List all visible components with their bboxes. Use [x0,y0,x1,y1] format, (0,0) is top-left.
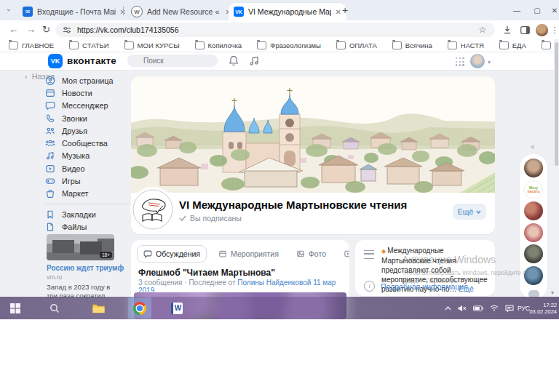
vk-user-avatar[interactable] [470,54,485,68]
browser-menu-kebab-icon[interactable]: ⋮ [550,23,559,37]
story-avatar[interactable] [524,244,543,263]
ad-image: 18+ [47,234,114,260]
bookmark-folder[interactable]: Всячина [392,41,432,49]
menu-lines-icon[interactable] [364,250,374,259]
window-maximize-button[interactable]: ▢ [528,0,546,20]
back-icon[interactable]: ← [9,24,18,36]
bookmark-folder[interactable]: МОИ КУРСЫ [124,41,180,49]
forward-icon[interactable]: → [26,24,36,36]
network-icon[interactable] [490,305,499,311]
address-bar[interactable]: https://vk.com/club174135056 [55,23,495,37]
file-explorer-icon[interactable] [89,297,108,319]
browser-tab-wordpress[interactable]: W Add New Resource « 2022 - 20 ✕ [126,3,237,20]
chevron-left-icon: ‹ [25,72,28,81]
discussion-title[interactable]: Флешмоб "Читаем Мартынова" [138,268,275,278]
group-avatar[interactable] [132,189,173,230]
menu-divider [45,204,130,204]
bookmark-folder[interactable]: НАСТЯ [448,41,484,49]
chevron-down-icon[interactable]: ▾ [488,59,491,65]
side-panel-icon[interactable] [518,23,531,37]
vk-brand-text[interactable]: вконтакте [67,55,116,66]
story-avatar-text[interactable]: Могу писать [524,180,543,199]
bookmark-folder[interactable]: СТАТЬИ [69,41,109,49]
group-more-button[interactable]: Ещё [453,204,486,220]
music-note-icon [45,151,55,161]
photo-icon [296,249,305,258]
vk-sidebar-menu: Моя страница Новости Мессенджер Звонки Д… [45,74,130,233]
file-icon [45,222,55,232]
story-avatar[interactable] [524,266,543,285]
detailed-info-link[interactable]: i Подробная информация [364,281,468,292]
tab-videos[interactable]: Видео [338,246,349,262]
collapse-stories-icon[interactable]: « [531,143,534,151]
taskbar-search-icon[interactable] [45,297,64,319]
bookmark-star-icon[interactable]: ☆ [476,23,489,37]
bookmark-folder[interactable]: ЕДА [499,41,526,49]
tab-photos[interactable]: Фото [290,246,332,262]
scrollbar-thumb[interactable] [555,42,558,166]
tab-close-icon[interactable]: ✕ [336,8,341,16]
sidebar-item-market[interactable]: Маркет [45,188,130,200]
desktop-canvas: ⌄ ✉ Входящие - Почта Mail.ru ✕ W Add New… [0,0,559,392]
windows-taskbar: W РУС 17:22 03.02.2024 [0,297,559,319]
story-avatar[interactable] [524,201,543,220]
sidebar-item-friends[interactable]: Друзья [45,124,130,137]
window-close-button[interactable]: ✕ [546,0,559,20]
search-input[interactable] [127,55,218,67]
chrome-taskbar-icon[interactable] [128,297,151,319]
browser-tab-mail[interactable]: ✉ Входящие - Почта Mail.ru ✕ [17,3,131,20]
action-center-icon[interactable] [505,305,514,312]
apps-grid-icon[interactable] [456,57,464,66]
download-icon[interactable] [501,23,514,37]
bookmark-folder[interactable]: ОПЛАТА [336,41,377,49]
browser-tab-vk-active[interactable]: VK VI Международные Мартыновс ✕ [229,3,346,20]
tab-discussions[interactable]: Обсуждения [137,245,207,263]
phone-icon [45,113,55,124]
tab-events[interactable]: Мероприятия [213,246,285,262]
sidebar-item-profile[interactable]: Моя страница [45,74,130,87]
bookmark-folder[interactable]: Фразеологизмы [257,41,321,49]
bookmark-folder[interactable]: ГЛАВНОЕ [9,41,54,49]
sidebar-item-communities[interactable]: Сообщества [45,137,130,149]
word-taskbar-icon[interactable]: W [167,297,186,319]
scrollbar-down-arrow[interactable]: ▾ [551,289,554,296]
sidebar-item-music[interactable]: Музыка [45,150,130,162]
friends-icon [45,126,55,136]
browser-profile-avatar[interactable] [534,23,549,37]
video-icon [45,164,55,174]
window-minimize-button[interactable]: — [508,0,526,20]
mailru-favicon: ✉ [23,7,33,17]
sidebar-item-messenger[interactable]: Мессенджер [45,100,130,112]
tab-list-chevron-icon[interactable]: ⌄ [6,5,12,12]
group-title: VI Международные Мартыновские чтения [179,199,407,211]
story-avatar[interactable] [524,159,543,177]
sidebar-item-video[interactable]: Видео [45,162,130,175]
language-indicator[interactable]: РУС [518,297,530,319]
sidebar-ad[interactable]: 18+ Россию ждет триумф vm.ru Запад в 202… [47,234,128,300]
book-emoji: ◆ [381,248,386,255]
volume-muted-icon[interactable] [458,305,467,312]
bookmark-folder[interactable]: Копилочка [195,41,242,49]
start-button[interactable] [6,297,25,319]
folder-icon [336,41,346,49]
taskbar-clock[interactable]: 17:22 03.02.2024 [529,297,557,319]
sidebar-item-games[interactable]: Игры [45,175,130,187]
reload-icon[interactable]: ↻ [42,24,50,36]
story-avatar[interactable] [524,223,543,242]
browser-tabstrip: ⌄ ✉ Входящие - Почта Mail.ru ✕ W Add New… [0,0,559,20]
ad-title[interactable]: Россию ждет триумф [47,264,128,272]
music-icon[interactable] [249,55,260,69]
sidebar-item-calls[interactable]: Звонки [45,112,130,124]
new-tab-button[interactable]: + [342,5,348,15]
screen: ⌄ ✉ Входящие - Почта Mail.ru ✕ W Add New… [0,0,559,319]
notifications-bell-icon[interactable] [229,55,239,69]
folder-icon [257,41,266,49]
ad-domain: vm.ru [47,273,128,281]
sidebar-item-bookmarks[interactable]: Закладки [45,208,130,220]
vk-logo[interactable]: VK [48,54,63,68]
folder-icon [448,41,457,49]
sidebar-item-news[interactable]: Новости [45,87,130,99]
battery-icon[interactable] [473,305,483,311]
sidebar-item-files[interactable]: Файлы [45,220,130,233]
hidden-icons-chevron[interactable] [445,306,451,311]
